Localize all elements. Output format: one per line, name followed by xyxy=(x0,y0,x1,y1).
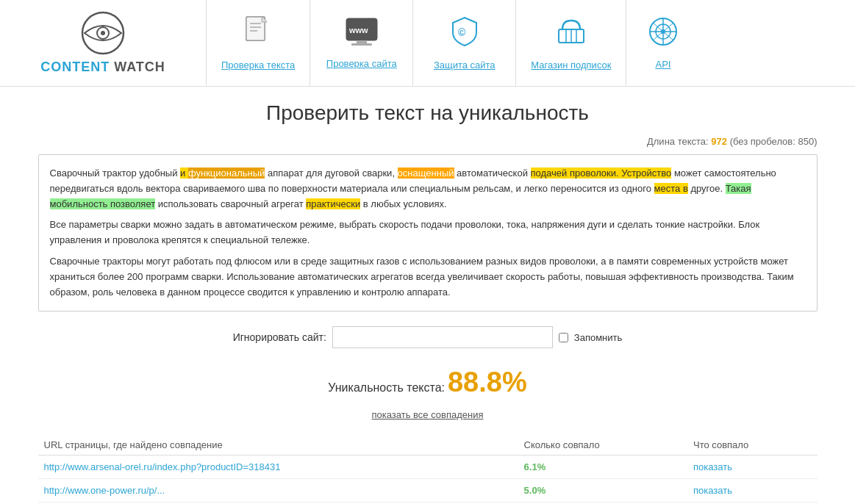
nav-check-text-label: Проверка текста xyxy=(221,60,295,71)
nav-protect-site[interactable]: © Защита сайта xyxy=(412,0,515,86)
nav-protect-site-label: Защита сайта xyxy=(434,60,496,71)
col-url-header: URL страницы, где найдено совпадение xyxy=(38,435,518,456)
row2-show-link[interactable]: показать xyxy=(693,485,732,496)
svg-text:www: www xyxy=(348,26,368,35)
basket-icon xyxy=(555,16,587,54)
nav-api-label: API xyxy=(655,59,670,70)
remember-checkbox[interactable] xyxy=(559,333,568,342)
row2-url-link[interactable]: http://www.one-power.ru/p/... xyxy=(44,485,165,496)
nav-check-site-label: Проверка сайта xyxy=(326,58,397,69)
results-table: URL страницы, где найдено совпадение Ско… xyxy=(38,435,818,503)
text-length-label: Длина текста: xyxy=(647,136,709,147)
nav-shop-label: Магазин подписок xyxy=(531,60,611,71)
svg-point-2 xyxy=(101,31,105,35)
row1-show-link[interactable]: показать xyxy=(693,461,732,472)
text-paragraph-1: Сварочный трактор удобный и функциональн… xyxy=(50,166,806,212)
highlight-5: Такая мобильность позволяет xyxy=(50,183,751,209)
logo-text: CONTENT WATCH xyxy=(40,60,165,75)
network-icon xyxy=(648,17,678,53)
text-length-info: Длина текста: 972 (без пробелов: 850) xyxy=(38,136,818,147)
svg-rect-11 xyxy=(351,43,372,46)
doc-icon xyxy=(244,16,272,54)
highlight-4: места в xyxy=(654,183,688,194)
ignore-site-row: Игнорировать сайт: Запомнить xyxy=(38,326,818,348)
header: CONTENT WATCH Проверка текста www xyxy=(0,0,855,87)
row1-url: http://www.arsenal-orel.ru/index.php?pro… xyxy=(38,456,518,479)
uniqueness-label: Уникальность текста: xyxy=(328,381,445,394)
table-row: http://www.one-power.ru/p/... 5.0% показ… xyxy=(38,479,818,503)
ignore-site-label: Игнорировать сайт: xyxy=(233,331,326,343)
text-length-count: 972 xyxy=(711,136,727,147)
col-action-header: Что совпало xyxy=(687,435,818,456)
row2-percent: 5.0% xyxy=(518,479,687,503)
row1-percent: 6.1% xyxy=(518,456,687,479)
remember-label: Запомнить xyxy=(574,332,622,343)
nav-check-site[interactable]: www Проверка сайта xyxy=(310,0,412,86)
analyzed-text-box: Сварочный трактор удобный и функциональн… xyxy=(38,154,818,312)
shield-icon: © xyxy=(450,16,479,54)
show-all-matches-link[interactable]: показать все совпадения xyxy=(38,409,818,420)
nav-shop[interactable]: Магазин подписок xyxy=(515,0,626,86)
text-paragraph-3: Сварочные тракторы могут работать под фл… xyxy=(50,254,806,300)
logo: CONTENT WATCH xyxy=(0,0,206,86)
page-title: Проверить текст на уникальность xyxy=(38,101,818,125)
main-content: Проверить текст на уникальность Длина те… xyxy=(24,87,832,504)
uniqueness-section: Уникальность текста: 88.8% xyxy=(38,367,818,398)
text-paragraph-2: Все параметры сварки можно задать в авто… xyxy=(50,217,806,248)
table-row: http://www.arsenal-orel.ru/index.php?pro… xyxy=(38,456,818,479)
row2-action: показать xyxy=(687,479,818,503)
row1-action: показать xyxy=(687,456,818,479)
highlight-6: практически xyxy=(306,198,360,209)
ignore-site-input[interactable] xyxy=(332,326,553,348)
logo-icon xyxy=(81,11,125,55)
nav-api[interactable]: API xyxy=(626,0,699,86)
highlight-2: оснащенный xyxy=(398,168,454,179)
text-length-no-spaces: (без пробелов: 850) xyxy=(730,136,818,147)
www-icon: www xyxy=(346,18,378,52)
highlight-1: и функциональный xyxy=(180,168,265,179)
nav-check-text[interactable]: Проверка текста xyxy=(206,0,310,86)
uniqueness-score: 88.8% xyxy=(448,367,527,397)
table-header-row: URL страницы, где найдено совпадение Ско… xyxy=(38,435,818,456)
row2-url: http://www.one-power.ru/p/... xyxy=(38,479,518,503)
svg-text:©: © xyxy=(458,26,466,38)
col-percent-header: Сколько совпало xyxy=(518,435,687,456)
svg-rect-10 xyxy=(357,40,367,43)
row1-url-link[interactable]: http://www.arsenal-orel.ru/index.php?pro… xyxy=(44,461,281,472)
highlight-3: подачей проволоки. Устройство xyxy=(531,168,672,179)
